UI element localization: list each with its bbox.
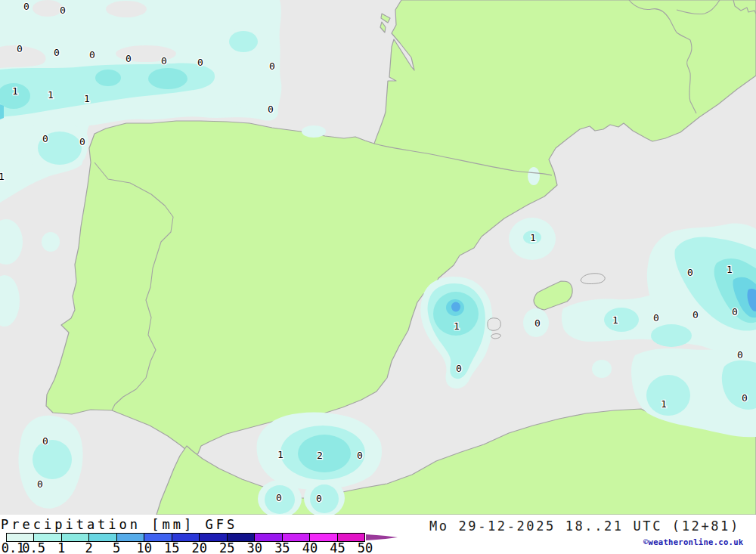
precip-value-label: 1 xyxy=(48,89,54,101)
precip-value-label: 2 xyxy=(317,450,323,461)
precip-value-label: 0 xyxy=(653,312,659,323)
precip-value-label: 0 xyxy=(161,55,167,67)
precip-value-label: 1 xyxy=(277,449,284,460)
precip-value-label: 0 xyxy=(89,49,95,60)
colorbar-tick-label: 40 xyxy=(302,542,318,554)
weather-map-page: 000000000111000110110100000100012000 Pre… xyxy=(0,0,756,554)
island-formentera xyxy=(491,334,500,339)
colorbar-tick-label: 50 xyxy=(358,542,373,554)
precip-value-label: 0 xyxy=(534,317,541,329)
precip-value-label: 0 xyxy=(54,47,60,58)
colorbar-tick-label: 30 xyxy=(247,542,262,554)
precip-value-label: 0 xyxy=(23,1,29,12)
precip-value-label: 0 xyxy=(692,309,699,320)
precip-value-label: 0 xyxy=(42,435,48,447)
colorbar-tick-label: 1 xyxy=(57,542,65,554)
precip-value-label: 0 xyxy=(316,493,322,504)
precip-value-label: 1 xyxy=(454,320,460,332)
legend-title: Precipitation [mm] GFS xyxy=(1,517,237,532)
precip-value-label: 0 xyxy=(197,57,203,68)
precip-value-label: 1 xyxy=(530,232,536,243)
colorbar-tick-label: 25 xyxy=(219,542,234,554)
colorbar-tick-label: 20 xyxy=(192,542,207,554)
precip-value-label: 0 xyxy=(125,53,132,64)
precip-value-label: 0 xyxy=(357,450,363,461)
precip-value-label: 0 xyxy=(456,363,462,374)
precip-value-label: 1 xyxy=(12,85,18,97)
precip-value-label: 0 xyxy=(268,104,274,115)
precip-value-label: 1 xyxy=(0,171,5,182)
colorbar-tick-label: 0.5 xyxy=(22,542,45,554)
colorbar-tick-label: 15 xyxy=(164,542,179,554)
precip-value-label: 0 xyxy=(42,133,48,144)
colorbar-tick-label: 35 xyxy=(274,542,290,554)
precip-value-label: 1 xyxy=(661,398,667,410)
copyright-link[interactable]: ©weatheronline.co.uk xyxy=(643,537,743,546)
island-ibiza xyxy=(488,318,500,330)
precip-value-label: 1 xyxy=(727,264,733,275)
precip-value-label: 0 xyxy=(79,136,85,147)
precip-value-label: 0 xyxy=(276,492,282,503)
precip-value-label: 0 xyxy=(60,5,66,16)
precip-value-label: 0 xyxy=(269,60,275,72)
precip-value-label: 0 xyxy=(737,349,743,361)
colorbar-tick-label: 45 xyxy=(330,542,345,554)
precip-value-label: 0 xyxy=(742,392,748,404)
precipitation-map: 000000000111000110110100000100012000 xyxy=(0,0,756,515)
precip-value-label: 0 xyxy=(17,43,23,54)
precip-value-label: 0 xyxy=(732,306,738,317)
colorbar-tick-label: 0.1 xyxy=(2,542,25,554)
colorbar-tick-label: 10 xyxy=(136,542,151,554)
precip-value-label: 0 xyxy=(687,267,693,278)
precip-value-label: 0 xyxy=(37,478,43,490)
forecast-datetime: Mo 29-12-2025 18..21 UTC (12+81) xyxy=(429,518,740,534)
colorbar-tick-label: 2 xyxy=(85,542,92,554)
precip-value-label: 1 xyxy=(84,93,90,104)
colorbar-tick-label: 5 xyxy=(113,542,120,554)
precip-value-label: 1 xyxy=(612,314,618,326)
